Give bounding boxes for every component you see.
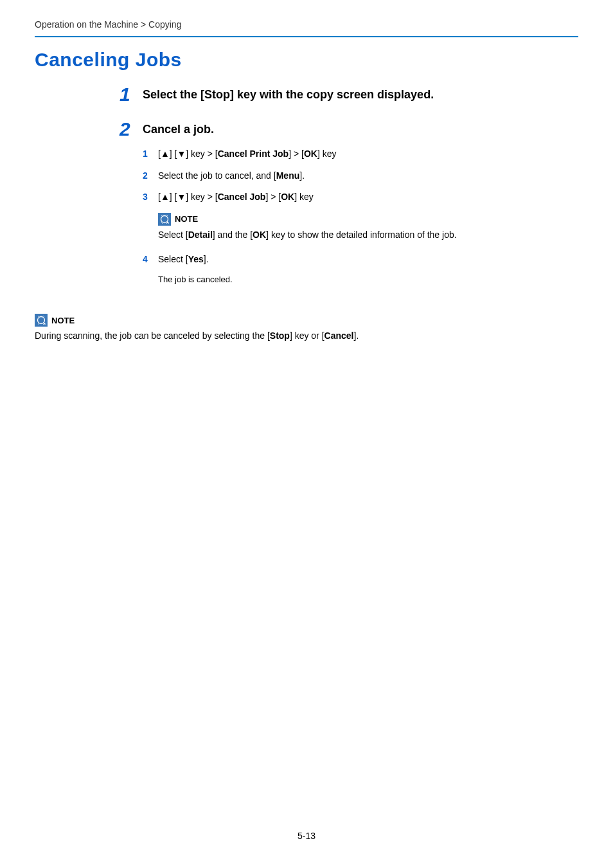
triangle-up-icon: ▲ — [161, 192, 170, 202]
note-outer-bold2: Cancel — [324, 330, 354, 341]
substep-1-body: [▲] [▼] key > [Cancel Print Job] > [OK] … — [158, 148, 578, 161]
substep-4-result: The job is canceled. — [158, 275, 578, 284]
substep-3-bold2: OK — [281, 192, 294, 202]
step-2-substeps: 1 [▲] [▼] key > [Cancel Print Job] > [OK… — [143, 148, 578, 284]
note-inner-label: NOTE — [175, 214, 198, 224]
substep-1-tail: ] key — [317, 149, 337, 159]
note-icon — [35, 314, 48, 327]
note-inner-bold1: Detail — [188, 230, 213, 240]
note-outer-head: NOTE — [35, 314, 578, 327]
note-outer-lead: During scanning, the job can be canceled… — [35, 330, 270, 341]
page-title: Canceling Jobs — [35, 49, 578, 71]
note-outer-bold1: Stop — [270, 330, 290, 341]
substep-3-num: 3 — [143, 191, 158, 204]
substep-1-mid2: ] key > [ — [186, 149, 217, 159]
note-outer-mid1: ] key or [ — [290, 330, 324, 341]
note-inner: NOTE Select [Detail] and the [OK] key to… — [158, 213, 578, 242]
substep-1: 1 [▲] [▼] key > [Cancel Print Job] > [OK… — [143, 148, 578, 161]
substep-2-body: Select the job to cancel, and [Menu]. — [158, 170, 578, 183]
substep-3-body: [▲] [▼] key > [Cancel Job] > [OK] key — [158, 191, 578, 204]
step-2-title: Cancel a job. — [143, 120, 214, 139]
substep-4-lead: Select [ — [158, 254, 188, 264]
note-inner-lead: Select [ — [158, 230, 188, 240]
breadcrumb-sep: > — [138, 19, 148, 30]
note-inner-tail: ] key to show the detailed information o… — [266, 230, 457, 240]
triangle-up-icon: ▲ — [161, 149, 170, 159]
substep-4-tail: ]. — [204, 254, 209, 264]
substep-3-bold1: Cancel Job — [218, 192, 266, 202]
substep-3-mid2: ] key > [ — [186, 192, 217, 202]
note-inner-mid1: ] and the [ — [213, 230, 253, 240]
substep-1-mid1: ] [ — [170, 149, 177, 159]
substep-3-mid3: ] > [ — [265, 192, 281, 202]
note-outer-label: NOTE — [51, 316, 75, 325]
substep-2-lead: Select the job to cancel, and [ — [158, 170, 276, 181]
substep-1-bold1: Cancel Print Job — [218, 149, 289, 159]
breadcrumb-subsection: Copying — [148, 19, 181, 30]
substep-2-num: 2 — [143, 170, 158, 183]
note-inner-text: Select [Detail] and the [OK] key to show… — [158, 228, 578, 242]
note-outer: NOTE During scanning, the job can be can… — [35, 314, 578, 343]
substep-1-num: 1 — [143, 148, 158, 161]
substep-3: 3 [▲] [▼] key > [Cancel Job] > [OK] key — [143, 191, 578, 204]
note-outer-tail: ]. — [354, 330, 359, 341]
note-inner-head: NOTE — [158, 213, 578, 226]
step-1-number-text: 1 — [120, 84, 130, 105]
breadcrumb: Operation on the Machine > Copying — [35, 19, 578, 36]
page-number: 5-13 — [0, 831, 613, 841]
triangle-down-icon: ▼ — [177, 149, 186, 159]
substep-3-mid1: ] [ — [170, 192, 177, 202]
step-1-title: Select the [Stop] key with the copy scre… — [143, 85, 434, 104]
substep-4: 4 Select [Yes]. — [143, 253, 578, 266]
substep-1-mid3: ] > [ — [289, 149, 304, 159]
substep-4-body: Select [Yes]. — [158, 253, 578, 266]
substep-3-tail: ] key — [294, 192, 314, 202]
step-1: 1 Select the [Stop] key with the copy sc… — [35, 85, 578, 104]
breadcrumb-section: Operation on the Machine — [35, 19, 138, 30]
substep-4-bold1: Yes — [188, 254, 204, 264]
substep-2-bold1: Menu — [276, 170, 300, 181]
step-2: 2 Cancel a job. — [35, 120, 578, 139]
note-inner-bold2: OK — [253, 230, 266, 240]
divider — [35, 36, 578, 37]
step-2-number-text: 2 — [120, 118, 130, 140]
substep-2-tail: ]. — [299, 170, 305, 181]
step-1-number: 1 — [120, 85, 143, 104]
substep-2: 2 Select the job to cancel, and [Menu]. — [143, 170, 578, 183]
note-outer-text: During scanning, the job can be canceled… — [35, 329, 578, 343]
substep-1-bold2: OK — [304, 149, 317, 159]
substep-4-num: 4 — [143, 253, 158, 266]
triangle-down-icon: ▼ — [177, 192, 186, 202]
step-2-number: 2 — [120, 120, 143, 139]
note-icon — [158, 213, 171, 226]
